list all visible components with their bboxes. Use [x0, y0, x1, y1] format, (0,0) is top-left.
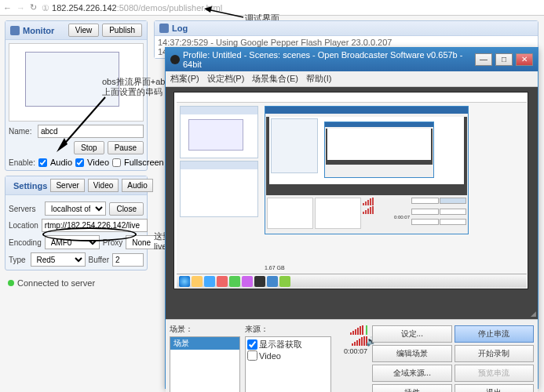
- obs-title-text: Profile: Untitled - Scenes: scenes - Ope…: [183, 50, 472, 69]
- publish-button[interactable]: Publish: [102, 24, 142, 37]
- scenes-label: 场景：: [170, 324, 240, 336]
- task-icon: [279, 276, 290, 287]
- settings-panel: Settings Server Video Audio Servers loca…: [5, 176, 148, 270]
- timer-text: 0:00:07: [336, 347, 367, 355]
- obs-preview-area: 0:00:07 1.67 GB: [166, 87, 538, 319]
- minimize-button[interactable]: —: [475, 53, 492, 66]
- sources-label: 来源：: [245, 324, 331, 336]
- task-icon: [217, 276, 228, 287]
- scenes-list[interactable]: 场景: [170, 336, 240, 392]
- connection-status: Connected to server: [5, 275, 148, 291]
- source-item[interactable]: Video: [247, 350, 329, 361]
- nested-taskbar: [177, 274, 527, 288]
- task-icon: [192, 276, 203, 287]
- close-button[interactable]: ✕: [516, 53, 533, 66]
- task-icon: [204, 276, 215, 287]
- location-input[interactable]: [42, 219, 148, 232]
- obs-preview: 0:00:07 1.67 GB: [173, 92, 528, 289]
- encoding-label: Encoding: [9, 238, 42, 247]
- fullscreen-label: Fullscreen: [124, 158, 164, 167]
- stop-button[interactable]: Stop: [74, 141, 104, 154]
- obs-window: Profile: Untitled - Scenes: scenes - Ope…: [165, 47, 539, 389]
- menu-scenes[interactable]: 场景集合(E): [252, 73, 298, 85]
- scene-item[interactable]: 场景: [170, 337, 239, 350]
- menu-settings[interactable]: 设定档(P): [207, 73, 245, 85]
- type-label: Type: [9, 256, 27, 264]
- mic-icon[interactable]: [366, 325, 367, 335]
- stop-stream-button[interactable]: 停止串流: [455, 325, 535, 343]
- tab-audio[interactable]: Audio: [122, 179, 153, 192]
- source-item[interactable]: 显示器获取: [247, 339, 329, 350]
- audio-checkbox[interactable]: [38, 158, 47, 167]
- nested-size-label: 1.67 GB: [265, 265, 285, 270]
- log-icon: [159, 24, 169, 33]
- menu-file[interactable]: 档案(P): [170, 73, 199, 85]
- start-icon: [179, 276, 190, 287]
- maximize-button[interactable]: □: [495, 53, 513, 66]
- type-select[interactable]: Red5: [31, 252, 86, 267]
- url-text[interactable]: ① 182.254.226.142:5080/demos/publisher.h…: [42, 2, 222, 13]
- audio-meters: 🔊 0:00:07: [336, 324, 367, 392]
- settings-title: Settings: [13, 181, 47, 191]
- source-checkbox[interactable]: [247, 350, 257, 361]
- edit-scene-button[interactable]: 编辑场景: [372, 345, 452, 362]
- servers-select[interactable]: localhost oflaDemo: [45, 201, 106, 216]
- start-record-button[interactable]: 开始录制: [455, 345, 535, 362]
- proxy-label: Proxy: [103, 238, 123, 247]
- plugins-button[interactable]: 插件: [372, 384, 452, 392]
- back-icon[interactable]: ←: [3, 3, 12, 13]
- video-label: Video: [87, 158, 109, 167]
- obs-app-icon: [170, 55, 180, 64]
- annotation-obs: obs推流界面+abcd 上面设置的串码: [102, 77, 174, 97]
- preview-stream-button[interactable]: 预览串流: [455, 365, 535, 382]
- task-icon: [242, 276, 253, 287]
- task-icon: [254, 276, 265, 287]
- task-icon: [267, 276, 278, 287]
- sources-list[interactable]: 显示器获取 Video: [245, 336, 331, 392]
- pause-button[interactable]: Pause: [108, 141, 144, 154]
- menu-help[interactable]: 帮助(I): [306, 73, 331, 85]
- obs-buttons: 设定... 停止串流 编辑场景 开始录制 全域来源... 预览串流 插件 退出: [372, 324, 534, 392]
- forward-icon[interactable]: →: [16, 3, 25, 13]
- log-title: Log: [172, 24, 533, 33]
- servers-label: Servers: [9, 205, 42, 213]
- obs-menubar: 档案(P) 设定档(P) 场景集合(E) 帮助(I): [166, 71, 538, 87]
- speaker-icon[interactable]: 🔊: [366, 336, 367, 346]
- name-input[interactable]: [38, 125, 144, 138]
- monitor-icon: [10, 26, 20, 35]
- buffer-label: Buffer: [89, 256, 110, 264]
- view-button[interactable]: View: [68, 24, 100, 37]
- tab-server[interactable]: Server: [50, 179, 84, 192]
- task-icon: [229, 276, 240, 287]
- video-checkbox[interactable]: [75, 158, 84, 167]
- name-label: Name:: [9, 127, 35, 136]
- buffer-input[interactable]: [112, 253, 144, 267]
- status-text: Connected to server: [17, 278, 95, 288]
- log-line: 14:37:29:529 - Using Google Pepper Flash…: [158, 38, 535, 47]
- encoding-select[interactable]: AMF0: [45, 235, 100, 249]
- reload-icon[interactable]: ↻: [30, 2, 37, 13]
- status-dot-icon: [8, 280, 14, 286]
- resize-grip-icon[interactable]: ◢: [531, 310, 536, 318]
- global-sources-button[interactable]: 全域来源...: [372, 365, 452, 382]
- obs-titlebar[interactable]: Profile: Untitled - Scenes: scenes - Ope…: [166, 48, 538, 71]
- fullscreen-checkbox[interactable]: [112, 158, 121, 167]
- close-button[interactable]: Close: [109, 202, 144, 216]
- tab-video[interactable]: Video: [88, 179, 119, 192]
- obs-lower-panel: 场景： 场景 来源： 显示器获取 Video 🔊 0:00:07 设定... 停…: [166, 319, 538, 392]
- location-label: Location: [9, 221, 38, 230]
- audio-label: Audio: [50, 158, 72, 167]
- source-checkbox[interactable]: [247, 339, 257, 350]
- obs-settings-button[interactable]: 设定...: [372, 325, 452, 343]
- enable-label: Enable:: [9, 158, 35, 167]
- exit-button[interactable]: 退出: [455, 384, 535, 392]
- monitor-title: Monitor: [23, 26, 65, 35]
